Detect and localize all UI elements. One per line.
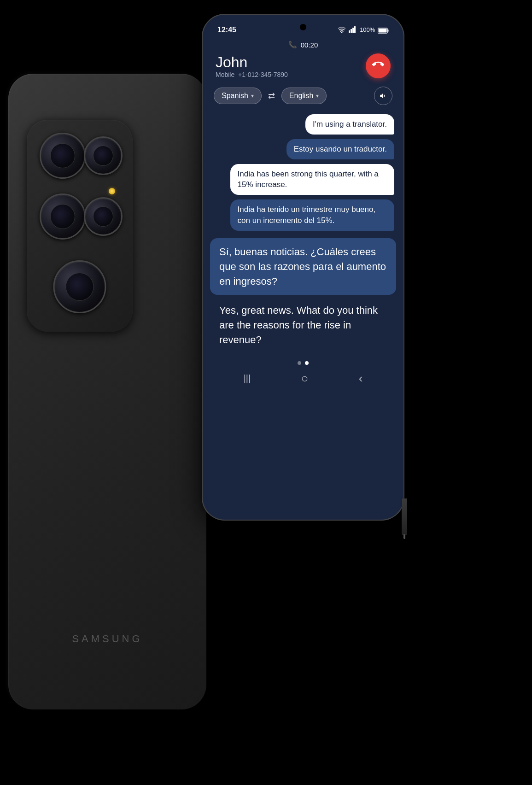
battery-label: 100%	[360, 26, 389, 33]
large-bubble-1: Sí, buenas noticias. ¿Cuáles crees que s…	[210, 238, 396, 295]
camera-lens-2	[84, 136, 123, 175]
contact-number: Mobile +1-012-345-7890	[216, 71, 288, 78]
swap-languages-button[interactable]: ⇄	[266, 91, 277, 101]
phone-screen: 12:45	[205, 17, 402, 518]
phone-back: SAMSUNG	[8, 74, 206, 709]
contact-bar: John Mobile +1-012-345-7890	[205, 51, 402, 84]
speaker-button[interactable]	[374, 87, 392, 105]
spen-tip	[403, 534, 405, 539]
camera-flash	[109, 188, 115, 194]
large-bubble-2: Yes, great news. What do you think are t…	[210, 297, 396, 354]
samsung-logo: SAMSUNG	[72, 633, 142, 645]
svg-rect-6	[379, 29, 387, 32]
page-dots	[205, 356, 402, 368]
svg-rect-7	[388, 29, 389, 32]
camera-lens-3	[40, 193, 86, 240]
target-language-label: English	[289, 92, 313, 100]
camera-lens-4	[84, 197, 123, 236]
contact-name: John	[216, 54, 288, 71]
bubble-1: I'm using a translator.	[305, 114, 394, 135]
wifi-icon	[338, 26, 346, 34]
message-row-2: Estoy usando un traductor.	[212, 139, 394, 159]
status-icons: 100%	[338, 26, 389, 34]
status-time: 12:45	[217, 26, 236, 34]
call-timer: 📞 00:20	[205, 37, 402, 51]
source-language-chevron: ▾	[251, 93, 254, 99]
end-call-icon	[372, 59, 384, 73]
message-row-4: India ha tenido un trimestre muy bueno, …	[212, 199, 394, 231]
message-row-3: India has been strong this quarter, with…	[212, 164, 394, 195]
home-icon[interactable]: ○	[301, 371, 309, 386]
signal-icon	[349, 26, 357, 34]
navigation-bar: ||| ○ ‹	[205, 368, 402, 395]
svg-point-0	[341, 32, 343, 33]
camera-lens-1	[40, 133, 86, 179]
timer-value: 00:20	[301, 41, 318, 49]
dot-1	[298, 361, 301, 365]
source-language-button[interactable]: Spanish ▾	[214, 88, 262, 104]
dot-2	[305, 361, 309, 365]
bubble-3: India has been strong this quarter, with…	[230, 164, 394, 195]
end-call-button[interactable]	[366, 53, 391, 78]
contact-info: John Mobile +1-012-345-7890	[216, 54, 288, 78]
back-icon[interactable]: ‹	[359, 371, 363, 386]
chat-area: I'm using a translator. Estoy usando un …	[205, 111, 402, 236]
language-selector: Spanish ▾ ⇄ English ▾	[205, 84, 402, 111]
message-row-1: I'm using a translator.	[212, 114, 394, 135]
svg-rect-1	[349, 30, 350, 33]
svg-rect-4	[354, 26, 356, 33]
bubble-2: Estoy usando un traductor.	[286, 139, 394, 159]
target-language-chevron: ▾	[316, 93, 319, 99]
target-language-button[interactable]: English ▾	[281, 88, 327, 104]
bubble-4: India ha tenido un trimestre muy bueno, …	[230, 199, 394, 231]
svg-rect-2	[351, 29, 352, 33]
spen	[402, 498, 407, 535]
phone-front: 12:45	[202, 14, 404, 521]
camera-module	[27, 120, 133, 332]
source-language-label: Spanish	[222, 92, 248, 100]
phone-icon: 📞	[288, 41, 297, 49]
recent-apps-icon[interactable]: |||	[244, 373, 251, 384]
svg-rect-3	[352, 28, 354, 33]
front-camera	[300, 24, 306, 30]
camera-lens-5	[53, 260, 106, 313]
